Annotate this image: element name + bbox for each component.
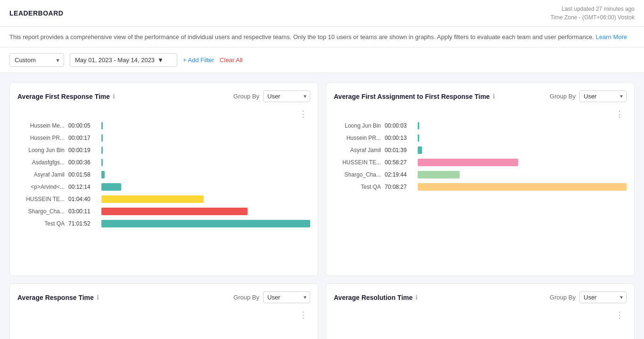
chart-card-avg-first-assignment: Average First Assignment to First Respon… [326, 82, 635, 276]
table-row: Hussein PR...00:00:13 [334, 134, 627, 142]
bar-track [101, 183, 310, 191]
date-range-wrapper[interactable]: May 01, 2023 - May 14, 2023 ▼ [70, 53, 177, 67]
bar-fill [418, 183, 627, 191]
bar-value: 00:00:19 [68, 147, 98, 153]
table-row: Test QA71:01:52 [17, 220, 310, 227]
bar-value: 00:00:05 [68, 122, 98, 129]
bar-label: <p>Arvind<... [17, 184, 65, 190]
bar-fill [101, 208, 248, 215]
chart3-group-by-select[interactable]: User Team [263, 291, 310, 303]
chart4-header: Average Resolution Time ℹ Group By User … [334, 291, 627, 303]
chart3-info-icon[interactable]: ℹ [97, 294, 99, 301]
last-updated: Last updated 27 minutes ago [550, 5, 635, 13]
chart-card-avg-resolution: Average Resolution Time ℹ Group By User … [326, 283, 635, 339]
chart4-group-by-wrapper: User Team ▼ [579, 291, 627, 303]
chart3-title: Average Response Time [17, 294, 94, 301]
bar-label: HUSSEIN TE... [334, 159, 381, 166]
bar-fill [101, 171, 105, 178]
chart4-menu-button[interactable]: ⋮ [612, 309, 627, 321]
date-type-select[interactable]: Custom Today Yesterday Last 7 Days Last … [9, 53, 64, 67]
bar-label: Asyraf Jamil [17, 171, 65, 178]
bar-label: Hussein PR... [17, 135, 65, 141]
chart2-info-icon[interactable]: ℹ [493, 93, 495, 100]
bar-track [418, 122, 627, 129]
table-row: <p>Arvind<...00:12:14 [17, 183, 310, 191]
dashboard: Average First Response Time ℹ Group By U… [0, 73, 644, 339]
bar-value: 01:04:40 [68, 196, 98, 202]
chart1-group-by-select[interactable]: User Team [263, 90, 310, 102]
chart4-group-by-label: Group By [550, 294, 576, 301]
bar-label: Loong Jun Bin [334, 122, 381, 129]
bar-fill [101, 122, 103, 129]
add-filter-button[interactable]: + Add Filter [183, 56, 214, 64]
chart2-menu-button[interactable]: ⋮ [612, 108, 627, 120]
chart2-title: Average First Assignment to First Respon… [334, 93, 490, 100]
chart3-group-by-wrapper: User Team ▼ [263, 291, 310, 303]
bar-track [418, 171, 627, 178]
bar-fill [101, 159, 103, 166]
chart3-group-by-label: Group By [233, 294, 259, 301]
bar-value: 00:01:39 [385, 147, 414, 153]
chart2-group-by-wrapper: User Team ▼ [579, 90, 627, 102]
bar-label: Test QA [17, 220, 65, 227]
chart1-info-icon[interactable]: ℹ [113, 93, 115, 100]
bar-fill [418, 122, 419, 129]
chart-card-avg-first-response: Average First Response Time ℹ Group By U… [9, 82, 318, 276]
bar-label: Shargo_Cha... [17, 208, 65, 215]
bar-track [101, 146, 310, 154]
bar-fill [101, 146, 103, 154]
clear-all-button[interactable]: Clear All [220, 56, 242, 64]
bar-track [101, 134, 310, 142]
table-row: Hussein PR...00:00:17 [17, 134, 310, 142]
bar-track [101, 220, 310, 227]
table-row: Asdasfgfgs...00:00:36 [17, 159, 310, 166]
chart3-menu-button[interactable]: ⋮ [296, 309, 310, 321]
bar-label: Loong Jun Bin [17, 147, 65, 153]
chart1-title-area: Average First Response Time ℹ [17, 93, 115, 100]
chart3-area [17, 323, 310, 339]
bar-fill [101, 183, 121, 191]
bar-value: 71:01:52 [68, 220, 98, 227]
bar-track [418, 146, 627, 154]
bar-fill [418, 159, 518, 166]
table-row: Asyraf Jamil00:01:39 [334, 146, 627, 154]
table-row: Loong Jun Bin00:00:19 [17, 146, 310, 154]
chart2-group-by-select[interactable]: User Team [579, 90, 627, 102]
learn-more-link[interactable]: Learn More [596, 33, 627, 40]
chart3-group-by-area: Group By User Team ▼ [233, 291, 310, 303]
chart3-title-area: Average Response Time ℹ [17, 294, 99, 301]
chart1-header: Average First Response Time ℹ Group By U… [17, 90, 310, 102]
chart2-title-area: Average First Assignment to First Respon… [334, 93, 495, 100]
chart4-info-icon[interactable]: ℹ [415, 294, 418, 301]
table-row: Shargo_Cha...02:19:44 [334, 171, 627, 178]
bar-label: Test QA [334, 184, 381, 190]
bar-label: Asdasfgfgs... [17, 159, 65, 166]
chart2-group-by-label: Group By [550, 93, 576, 100]
chart1-group-by-wrapper: User Team ▼ [263, 90, 310, 102]
bar-track [101, 208, 310, 215]
bar-fill [418, 134, 419, 142]
date-range-chevron-icon: ▼ [157, 56, 164, 64]
bar-label: HUSSEIN TE... [17, 196, 65, 202]
date-range-input[interactable]: May 01, 2023 - May 14, 2023 ▼ [70, 53, 177, 67]
chart4-group-by-area: Group By User Team ▼ [550, 291, 627, 303]
bar-label: Hussein PR... [334, 135, 381, 141]
table-row: Hussein Me...00:00:05 [17, 122, 310, 129]
chart2-header: Average First Assignment to First Respon… [334, 90, 627, 102]
filter-bar: Custom Today Yesterday Last 7 Days Last … [0, 48, 644, 73]
bar-label: Asyraf Jamil [334, 147, 381, 153]
bar-value: 03:00:11 [68, 208, 98, 215]
bar-track [101, 122, 310, 129]
chart1-menu-button[interactable]: ⋮ [296, 108, 310, 120]
table-row: HUSSEIN TE...00:58:27 [334, 159, 627, 166]
chart3-header: Average Response Time ℹ Group By User Te… [17, 291, 310, 303]
bar-label: Shargo_Cha... [334, 171, 381, 178]
chart2-area: Loong Jun Bin00:00:03Hussein PR...00:00:… [334, 122, 627, 268]
bar-fill [101, 134, 103, 142]
header: LEADERBOARD Last updated 27 minutes ago … [0, 0, 644, 27]
table-row: Shargo_Cha...03:00:11 [17, 208, 310, 215]
table-row: Test QA70:08:27 [334, 183, 627, 191]
bar-fill [418, 146, 422, 154]
chart4-group-by-select[interactable]: User Team [579, 291, 627, 303]
bar-value: 00:01:58 [68, 171, 98, 178]
